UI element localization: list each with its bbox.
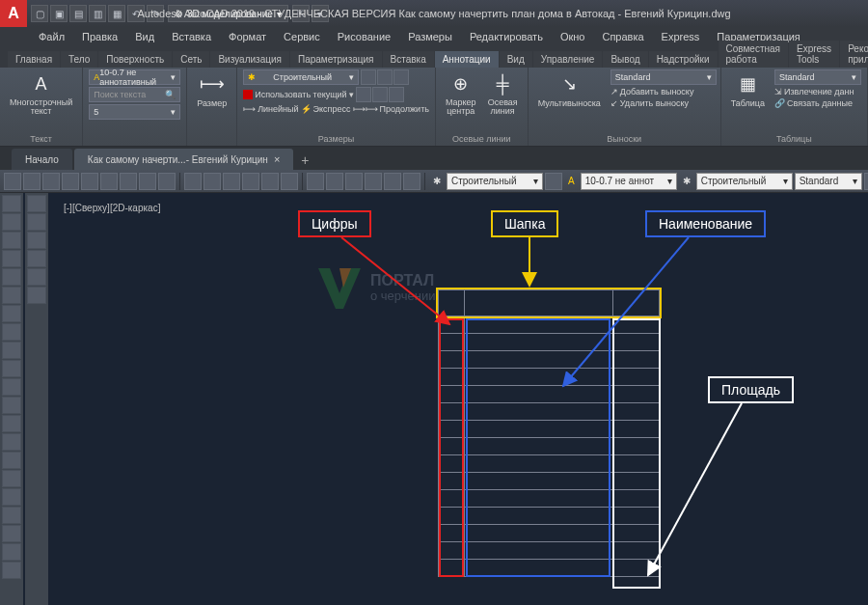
modify-tool[interactable]	[27, 268, 46, 286]
tb2-btn[interactable]	[365, 173, 382, 190]
menu-help[interactable]: Справка	[594, 29, 651, 44]
draw-tool[interactable]	[2, 250, 21, 267]
tb2-btn[interactable]	[864, 173, 868, 190]
draw-tool[interactable]	[2, 232, 21, 249]
draw-tool[interactable]	[2, 287, 21, 304]
dim-express[interactable]: ⚡ Экспресс	[301, 104, 351, 114]
modify-tool[interactable]	[27, 195, 46, 212]
std-dd1[interactable]: Standard▾	[795, 173, 862, 190]
file-tab-new[interactable]: +	[295, 151, 314, 170]
dim-style-dd[interactable]: ✱Строительный▾	[243, 69, 359, 85]
draw-tool[interactable]	[2, 525, 21, 542]
tb2-btn[interactable]	[62, 173, 79, 190]
qat-save-icon[interactable]: ▤	[69, 5, 87, 22]
menu-express[interactable]: Express	[654, 29, 708, 44]
draw-tool[interactable]	[2, 195, 21, 212]
ribbon-tab-solid[interactable]: Тело	[61, 51, 97, 68]
ribbon-tab-surface[interactable]: Поверхность	[98, 51, 172, 68]
drawing-canvas[interactable]: [-][Сверху][2D-каркас] ПОРТАЛ о черчении	[52, 193, 868, 605]
draw-tool[interactable]	[2, 268, 21, 286]
ribbon-tab-insert[interactable]: Вставка	[383, 51, 434, 68]
qat-open-icon[interactable]: ▣	[50, 5, 68, 22]
centerline-button[interactable]: ╪ Осевая линия	[484, 69, 522, 118]
tb2-btn[interactable]	[139, 173, 156, 190]
draw-tool[interactable]	[2, 323, 21, 341]
draw-tool[interactable]	[2, 562, 21, 579]
ribbon-tab-addins[interactable]: Надстройки	[649, 51, 718, 68]
menu-view[interactable]: Вид	[127, 29, 162, 44]
modify-tool[interactable]	[27, 250, 46, 267]
mtext-button[interactable]: A Многострочный текст	[6, 69, 76, 118]
modify-tool[interactable]	[27, 232, 46, 249]
center-marker-button[interactable]: ⊕ Маркер центра	[442, 69, 480, 118]
modify-tool[interactable]	[27, 213, 46, 231]
file-tab-start[interactable]: Начало	[12, 149, 72, 170]
mleader-style-dd[interactable]: Standard▾	[610, 69, 717, 85]
text-style-dd[interactable]: A10-0.7 не аннотативный▾	[89, 69, 180, 85]
tb2-btn[interactable]	[42, 173, 60, 190]
app-logo[interactable]: A	[0, 0, 27, 27]
draw-tool[interactable]	[2, 213, 21, 231]
tb2-btn[interactable]	[261, 173, 279, 190]
draw-tool[interactable]	[2, 305, 21, 322]
dim-tool-2[interactable]	[377, 69, 393, 85]
dim-tool-1[interactable]	[361, 69, 376, 85]
menu-file[interactable]: Файл	[31, 29, 72, 44]
dim-style-dd2[interactable]: Строительный▾	[447, 173, 543, 190]
draw-tool[interactable]	[2, 397, 21, 414]
text-style-dd2[interactable]: 10-0.7 не аннот▾	[581, 173, 677, 190]
tb2-btn[interactable]	[403, 173, 420, 190]
cad-table-object[interactable]	[438, 289, 660, 577]
tb2-btn[interactable]	[345, 173, 363, 190]
ribbon-tab-output[interactable]: Вывод	[603, 51, 647, 68]
dim-tool-6[interactable]	[389, 87, 404, 102]
dim-style-dd3[interactable]: Строительный▾	[696, 173, 793, 190]
table-style-dd[interactable]: Standard▾	[774, 69, 861, 85]
qat-plot-icon[interactable]: ▦	[108, 5, 125, 22]
draw-tool[interactable]	[2, 507, 21, 524]
dimension-button[interactable]: ⟼ Размер	[193, 69, 231, 110]
draw-tool[interactable]	[2, 488, 21, 506]
draw-tool[interactable]	[2, 378, 21, 396]
menu-window[interactable]: Окно	[553, 29, 593, 44]
mleader-button[interactable]: ↘ Мультивыноска	[534, 69, 605, 110]
qat-saveas-icon[interactable]: ▥	[89, 5, 106, 22]
draw-tool[interactable]	[2, 360, 21, 377]
ribbon-tab-view[interactable]: Вид	[500, 51, 532, 68]
draw-tool[interactable]	[2, 342, 21, 359]
tb2-btn[interactable]	[100, 173, 118, 190]
viewport-label[interactable]: [-][Сверху][2D-каркас]	[64, 203, 160, 213]
table-button[interactable]: ▦ Таблица	[727, 69, 769, 110]
dim-tool-3[interactable]	[393, 69, 409, 85]
ribbon-tab-featured[interactable]: Рекомендованные приложения	[840, 41, 868, 68]
ribbon-tab-parametric[interactable]: Параметризация	[290, 51, 382, 68]
dim-use-current[interactable]: Использовать текущий ▾	[243, 90, 353, 99]
draw-tool[interactable]	[2, 543, 21, 561]
menu-modify[interactable]: Редактировать	[462, 29, 551, 44]
close-icon[interactable]: ×	[274, 153, 280, 165]
tb2-btn[interactable]	[307, 173, 324, 190]
tb2-btn[interactable]	[242, 173, 259, 190]
draw-tool[interactable]	[2, 452, 21, 469]
tb2-btn[interactable]	[4, 173, 21, 190]
dim-tool-4[interactable]	[356, 87, 371, 102]
text-search-input[interactable]: Поиск текста🔍	[89, 87, 180, 102]
menu-edit[interactable]: Правка	[74, 29, 125, 44]
tb2-btn[interactable]	[326, 173, 343, 190]
tb2-btn[interactable]	[281, 173, 298, 190]
menu-tools[interactable]: Сервис	[276, 29, 328, 44]
dim-linear[interactable]: ⟼ Линейный	[243, 104, 298, 114]
ribbon-tab-express[interactable]: Express Tools	[789, 41, 839, 68]
tb2-btn[interactable]	[223, 173, 240, 190]
tb2-btn[interactable]	[23, 173, 41, 190]
ribbon-tab-collab[interactable]: Совместная работа	[719, 41, 789, 68]
menu-draw[interactable]: Рисование	[330, 29, 398, 44]
tb2-btn[interactable]	[120, 173, 137, 190]
text-height-dd[interactable]: 5▾	[89, 104, 180, 120]
draw-tool[interactable]	[2, 433, 21, 451]
draw-tool[interactable]	[2, 470, 21, 487]
file-tab-current[interactable]: Как самому начерти...- Евгений Курицин×	[74, 149, 293, 170]
menu-insert[interactable]: Вставка	[164, 29, 219, 44]
tb2-btn[interactable]	[184, 173, 202, 190]
table-link[interactable]: 🔗 Связать данные	[774, 98, 861, 108]
